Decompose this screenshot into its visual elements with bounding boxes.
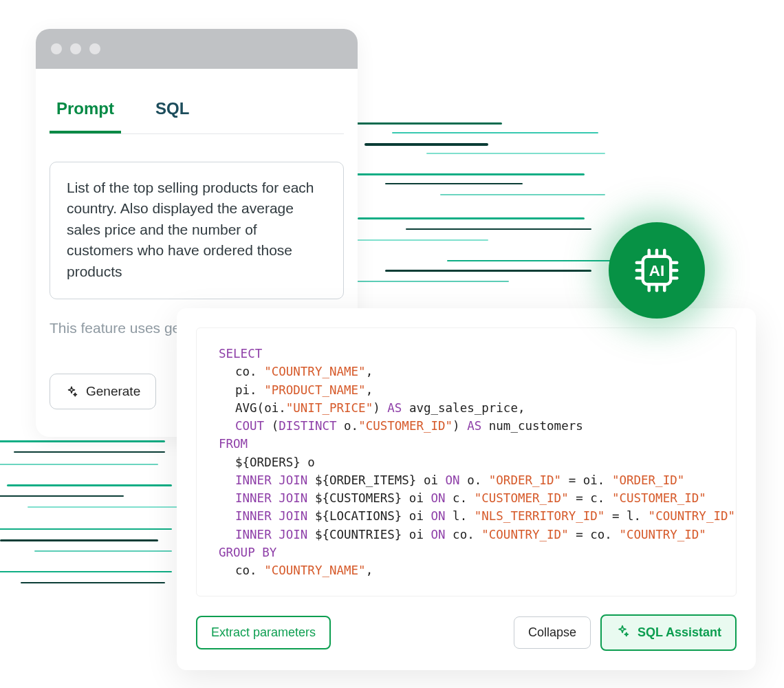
sql-keyword: ON	[431, 509, 445, 523]
tab-sql[interactable]: SQL	[149, 89, 196, 133]
sql-string: "UNIT_PRICE"	[286, 401, 373, 415]
sql-text: o.	[337, 419, 359, 433]
sql-string: "CUSTOMER_ID"	[612, 491, 706, 505]
sql-string: "CUSTOMER_ID"	[475, 491, 569, 505]
sql-keyword: INNER JOIN	[235, 491, 307, 505]
ai-chip-icon: AI	[632, 246, 682, 295]
sql-text: co.	[235, 365, 264, 378]
sql-assistant-button[interactable]: SQL Assistant	[600, 614, 737, 651]
sql-panel: SELECT co. "COUNTRY_NAME", pi. "PRODUCT_…	[177, 308, 756, 670]
sql-keyword: SELECT	[219, 347, 262, 361]
tabs: Prompt SQL	[50, 69, 344, 133]
sql-string: "COUNTRY_ID"	[649, 509, 735, 523]
sql-text: pi.	[235, 383, 264, 397]
window-control-dot	[70, 43, 81, 54]
sql-text: ${CUSTOMERS} oi	[307, 491, 431, 505]
sql-keyword: INNER JOIN	[235, 528, 307, 541]
sql-text: ${ORDERS} o	[219, 453, 315, 471]
sql-keyword: ON	[431, 528, 445, 541]
window-title-bar	[36, 29, 358, 69]
ai-badge: AI	[609, 222, 705, 319]
sql-text: (	[264, 419, 279, 433]
sql-text: ${LOCATIONS} oi	[307, 509, 431, 523]
sql-assistant-label: SQL Assistant	[638, 625, 721, 640]
sql-text: )	[453, 419, 467, 433]
generate-label: Generate	[86, 384, 140, 399]
window-control-dot	[89, 43, 100, 54]
sql-keyword: GROUP BY	[219, 546, 276, 559]
sql-text: avg_sales_price,	[402, 401, 525, 415]
sql-text: ${ORDER_ITEMS} oi	[307, 473, 445, 487]
prompt-textarea[interactable]: List of the top selling products for eac…	[50, 162, 344, 299]
sql-keyword: AS	[467, 419, 481, 433]
sql-string: "COUNTRY_ID"	[619, 528, 706, 541]
sql-code-block[interactable]: SELECT co. "COUNTRY_NAME", pi. "PRODUCT_…	[196, 327, 737, 596]
sql-text: l.	[446, 509, 475, 523]
sql-text: ${COUNTRIES} oi	[307, 528, 431, 541]
sql-text: ,	[366, 365, 373, 378]
sql-text: = oi.	[561, 473, 612, 487]
sql-keyword: ON	[446, 473, 460, 487]
sql-text: = co.	[569, 528, 620, 541]
sql-keyword: INNER JOIN	[235, 509, 307, 523]
sql-keyword: DISTINCT	[279, 419, 336, 433]
sql-string: "COUNTRY_ID"	[481, 528, 568, 541]
sql-text: ,	[366, 383, 373, 397]
sql-text: c.	[446, 491, 475, 505]
sql-keyword: AS	[387, 401, 402, 415]
tab-divider	[50, 133, 344, 134]
tab-prompt[interactable]: Prompt	[50, 89, 121, 133]
sql-keyword: COUT	[235, 419, 264, 433]
sql-text: AVG(oi.	[235, 401, 286, 415]
sql-toolbar: Extract parameters Collapse SQL Assistan…	[196, 614, 737, 651]
sql-text: o.	[460, 473, 489, 487]
sql-text: ,	[366, 563, 373, 577]
extract-parameters-button[interactable]: Extract parameters	[196, 616, 331, 649]
sql-text: co.	[235, 563, 264, 577]
sql-text: = l.	[605, 509, 648, 523]
generate-button[interactable]: Generate	[50, 374, 156, 409]
sql-string: "PRODUCT_NAME"	[264, 383, 366, 397]
sql-string: "NLS_TERRITORY_ID"	[475, 509, 605, 523]
sql-string: "ORDER_ID"	[489, 473, 561, 487]
sparkle-icon	[616, 624, 629, 641]
sql-keyword: INNER JOIN	[235, 473, 307, 487]
sql-text: num_customers	[481, 419, 583, 433]
sql-string: "CUSTOMER_ID"	[358, 419, 453, 433]
sql-keyword: ON	[431, 491, 445, 505]
sql-text: )	[373, 401, 387, 415]
sql-string: "COUNTRY_NAME"	[264, 365, 366, 378]
sql-string: "COUNTRY_NAME"	[264, 563, 366, 577]
svg-text:AI: AI	[649, 262, 665, 279]
collapse-button[interactable]: Collapse	[514, 616, 591, 649]
sql-text: co.	[446, 528, 482, 541]
sql-keyword: FROM	[219, 437, 248, 451]
sql-string: "ORDER_ID"	[612, 473, 684, 487]
window-control-dot	[51, 43, 62, 54]
sql-text: = c.	[569, 491, 612, 505]
sparkle-icon	[65, 385, 78, 398]
